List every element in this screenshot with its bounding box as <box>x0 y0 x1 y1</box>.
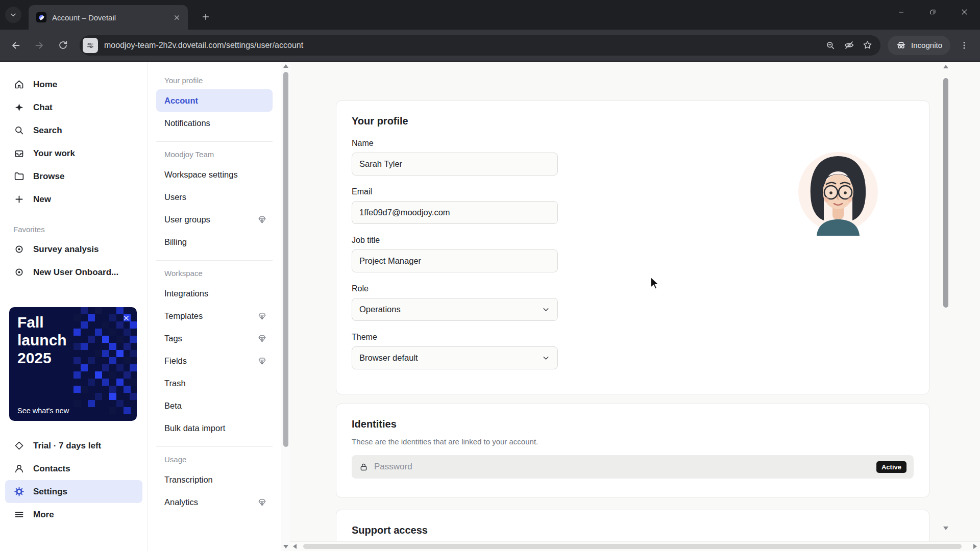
settings-nav-item-bulk-data-import[interactable]: Bulk data import <box>156 417 273 439</box>
content-scrollbar-horizontal[interactable] <box>290 541 980 551</box>
scroll-left-arrow[interactable] <box>293 544 297 549</box>
incognito-label: Incognito <box>911 41 942 49</box>
job-title-input[interactable] <box>352 249 558 272</box>
settings-nav-item-trash[interactable]: Trash <box>156 372 273 394</box>
divider <box>156 446 273 447</box>
sidebar-item-label: Browse <box>33 171 64 182</box>
site-info-icon[interactable] <box>83 38 98 53</box>
app-sidebar: Home Chat Search Your work Browse New Fa… <box>0 62 148 551</box>
back-arrow-icon <box>10 40 21 51</box>
tab-title: Account – Dovetail <box>52 13 165 22</box>
scroll-right-arrow[interactable] <box>973 544 977 549</box>
promo-title: Fall launch 2025 <box>9 307 137 367</box>
settings-nav-item-billing[interactable]: Billing <box>156 231 273 253</box>
address-bar[interactable]: moodjoy-team-2h2v.dovetail.com/settings/… <box>80 35 880 56</box>
divider <box>156 141 273 142</box>
settings-nav-item-integrations[interactable]: Integrations <box>156 282 273 305</box>
name-input[interactable] <box>352 153 558 176</box>
browser-menu-button[interactable] <box>953 35 975 56</box>
sidebar-item-label: Contacts <box>33 464 70 474</box>
sidebar-item-trial[interactable]: Trial · 7 days left <box>0 434 148 457</box>
settings-nav-item-workspace-settings[interactable]: Workspace settings <box>156 163 273 186</box>
settings-section-header: Usage <box>148 455 281 468</box>
scrollbar-thumb[interactable] <box>283 72 288 447</box>
sidebar-item-settings[interactable]: Settings <box>5 480 142 503</box>
scroll-up-arrow[interactable] <box>943 65 948 68</box>
new-tab-button[interactable] <box>197 8 214 26</box>
sidebar-item-new[interactable]: New <box>0 188 148 211</box>
settings-nav-item-templates[interactable]: Templates <box>156 305 273 327</box>
scroll-down-arrow[interactable] <box>943 527 948 530</box>
sidebar-item-your-work[interactable]: Your work <box>0 142 148 165</box>
password-eye-off-icon[interactable] <box>840 36 858 55</box>
sidebar-item-browse[interactable]: Browse <box>0 165 148 188</box>
window-restore-button[interactable] <box>917 0 948 23</box>
name-label: Name <box>352 139 914 148</box>
settings-nav-item-analytics[interactable]: Analytics <box>156 491 273 513</box>
sidebar-footer: Trial · 7 days left Contacts Settings Mo… <box>0 434 148 526</box>
window-minimize-button[interactable] <box>885 0 917 23</box>
email-field[interactable] <box>352 201 558 224</box>
scroll-down-arrow[interactable] <box>283 545 288 548</box>
identities-card: Identities These are the identities that… <box>336 404 929 497</box>
promo-card[interactable]: Fall launch 2025 See what's new <box>9 307 137 421</box>
settings-nav-item-users[interactable]: Users <box>156 186 273 208</box>
theme-select[interactable]: Browser default <box>352 346 558 369</box>
settings-nav-scrollbar[interactable] <box>281 62 290 551</box>
bookmark-star-icon[interactable] <box>858 36 876 55</box>
url-text[interactable]: moodjoy-team-2h2v.dovetail.com/settings/… <box>104 41 821 50</box>
browser-toolbar: moodjoy-team-2h2v.dovetail.com/settings/… <box>0 30 980 61</box>
settings-nav-item-user-groups[interactable]: User groups <box>156 208 273 231</box>
premium-gem-icon <box>258 215 266 224</box>
back-button[interactable] <box>5 35 27 56</box>
hamburger-icon <box>13 509 24 520</box>
settings-nav-item-beta[interactable]: Beta <box>156 394 273 417</box>
favorite-item-new-user-onboarding[interactable]: New User Onboard... <box>0 261 148 284</box>
role-select[interactable]: Operations <box>352 298 558 321</box>
window-controls <box>885 0 980 23</box>
scrollbar-thumb[interactable] <box>303 544 962 549</box>
sidebar-item-chat[interactable]: Chat <box>0 96 148 119</box>
tab-close-icon[interactable] <box>170 11 183 23</box>
sidebar-item-label: New <box>33 194 51 205</box>
avatar[interactable] <box>797 148 879 236</box>
profile-card: Your profile Name Email Job title Role O… <box>336 101 929 394</box>
tab-search-button[interactable] <box>5 7 21 23</box>
settings-section-header: Moodjoy Team <box>148 150 281 163</box>
promo-cta-link[interactable]: See what's new <box>17 407 69 415</box>
role-selected-value: Operations <box>359 305 401 314</box>
sidebar-item-contacts[interactable]: Contacts <box>0 457 148 480</box>
content-scrollbar-vertical[interactable] <box>942 64 950 541</box>
zoom-icon[interactable] <box>821 36 840 55</box>
favorite-item-survey-analysis[interactable]: Survey analysis <box>0 238 148 261</box>
settings-nav-item-transcription[interactable]: Transcription <box>156 468 273 491</box>
folder-icon <box>13 171 24 182</box>
sidebar-item-label: More <box>33 510 54 520</box>
settings-nav-item-account[interactable]: Account <box>156 89 273 112</box>
role-label: Role <box>352 284 914 293</box>
reload-button[interactable] <box>52 35 74 56</box>
person-icon <box>13 463 24 474</box>
scroll-up-arrow[interactable] <box>283 64 288 68</box>
settings-nav-item-fields[interactable]: Fields <box>156 349 273 372</box>
scrollbar-thumb[interactable] <box>943 78 948 308</box>
promo-close-icon[interactable] <box>120 312 132 323</box>
sidebar-item-label: Home <box>33 80 57 90</box>
sidebar-item-search[interactable]: Search <box>0 119 148 142</box>
browser-tab[interactable]: Account – Dovetail <box>29 5 188 30</box>
forward-button[interactable] <box>29 35 50 56</box>
sidebar-item-home[interactable]: Home <box>0 73 148 96</box>
settings-content: Your profile Name Email Job title Role O… <box>290 62 980 551</box>
sidebar-item-more[interactable]: More <box>0 503 148 526</box>
premium-gem-icon <box>258 312 266 320</box>
forward-arrow-icon <box>34 40 45 51</box>
sidebar-item-label: Search <box>33 126 62 136</box>
plus-icon <box>202 13 210 21</box>
reload-icon <box>58 40 68 51</box>
window-close-button[interactable] <box>948 0 980 23</box>
settings-nav-item-notifications[interactable]: Notifications <box>156 112 273 134</box>
settings-nav-item-tags[interactable]: Tags <box>156 327 273 349</box>
sidebar-item-label: Settings <box>33 487 67 497</box>
diamond-icon <box>13 440 24 452</box>
password-identity-row[interactable]: Password Active <box>352 455 914 479</box>
